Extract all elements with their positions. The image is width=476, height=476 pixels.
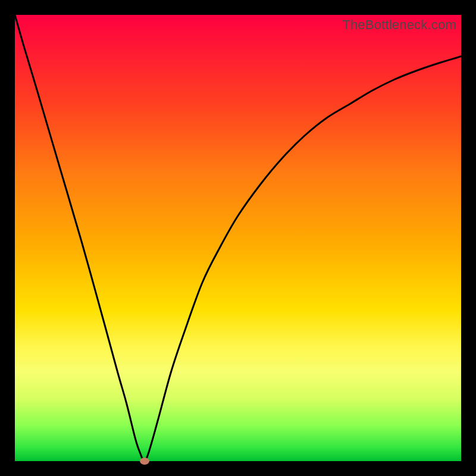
bottleneck-curve: [15, 15, 461, 461]
chart-plot-area: TheBottleneck.com: [15, 15, 461, 461]
minimum-marker: [140, 458, 149, 465]
curve-path: [15, 15, 461, 461]
chart-frame: TheBottleneck.com: [15, 15, 461, 461]
